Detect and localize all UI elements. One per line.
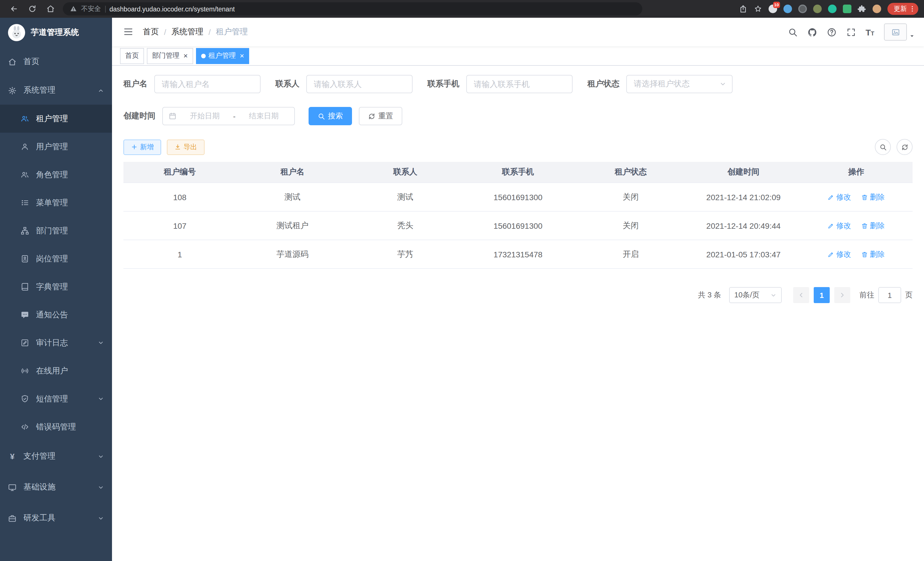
search-icon [318,112,325,120]
user-avatar-dropdown[interactable] [884,23,915,41]
tenant-name-input[interactable] [154,75,261,93]
contact-label: 联系人 [275,79,299,89]
sidebar-item-label: 研发工具 [23,513,56,523]
extension-icon-adblock[interactable]: 10 [769,5,777,13]
people-icon [21,114,29,123]
tag-tenant-management[interactable]: 租户管理 × [196,48,249,64]
bookmark-star-icon[interactable] [754,5,762,13]
sidebar-item-role-management[interactable]: 角色管理 [0,161,112,189]
sidebar-item-post-management[interactable]: 岗位管理 [0,245,112,273]
extension-icon-green-circle[interactable] [828,5,837,13]
address-bar[interactable]: 不安全 dashboard.yudao.iocoder.cn/system/te… [63,2,642,15]
browser-profile-avatar[interactable] [873,5,881,13]
sidebar-item-label: 基础设施 [23,482,56,492]
refresh-icon [368,112,375,120]
column-header-status: 租户状态 [574,162,687,183]
reset-button-label: 重置 [378,111,393,121]
delete-link[interactable]: 删除 [861,249,885,259]
sidebar-toggle-button[interactable] [121,25,135,39]
page-number-current[interactable]: 1 [814,287,830,303]
status-select[interactable]: 请选择租户状态 [626,75,733,93]
edit-pencil-icon [828,222,835,229]
chevron-down-icon [98,484,104,490]
reload-button[interactable] [25,2,39,16]
sidebar-item-label: 通知公告 [36,310,68,320]
toggle-search-button[interactable] [875,139,891,155]
date-range-picker[interactable]: 开始日期 - 结束日期 [162,107,295,125]
sidebar-item-department-management[interactable]: 部门管理 [0,217,112,245]
sidebar-item-label: 首页 [23,57,39,67]
breadcrumb-current: 租户管理 [216,27,248,37]
help-question-icon[interactable] [826,27,836,37]
cell-mobile: 15601691300 [462,183,574,211]
close-icon[interactable]: × [183,52,188,59]
id-badge-icon [21,254,29,263]
sidebar-item-home[interactable]: 首页 [0,47,112,76]
extension-icon-blue[interactable] [783,5,792,13]
extensions-puzzle-icon[interactable] [858,5,866,13]
home-icon [8,57,16,66]
extension-badge: 10 [773,2,780,8]
extension-icon-dark[interactable] [798,5,807,13]
close-icon[interactable]: × [240,52,244,59]
list-icon [21,199,29,207]
goto-page-input[interactable] [878,287,901,303]
search-button-label: 搜索 [328,111,343,121]
sidebar-item-dictionary-management[interactable]: 字典管理 [0,273,112,301]
sidebar-item-label: 短信管理 [36,394,68,404]
browser-toolbar-right: 10 更新 [739,3,920,15]
header-search-icon[interactable] [788,27,797,37]
browser-home-button[interactable] [44,2,57,16]
prev-page-button[interactable] [793,287,809,303]
reset-button[interactable]: 重置 [359,107,402,125]
tag-home[interactable]: 首页 [120,48,144,64]
edit-link[interactable]: 修改 [828,220,851,231]
sidebar-item-label: 租户管理 [36,114,68,124]
breadcrumb-system-management[interactable]: 系统管理 [171,27,203,37]
browser-menu-kebab-icon[interactable] [909,5,916,13]
sidebar-item-payment-management[interactable]: ¥ 支付管理 [0,441,112,472]
edit-link[interactable]: 修改 [828,192,851,202]
back-button[interactable] [7,2,21,16]
font-size-icon[interactable]: TT [866,28,874,36]
page-size-select[interactable]: 10条/页 [729,287,782,303]
add-button[interactable]: 新增 [123,139,161,155]
sidebar-item-dev-tools[interactable]: 研发工具 [0,503,112,534]
sidebar-item-infrastructure[interactable]: 基础设施 [0,472,112,503]
cell-tenant-id: 107 [123,211,236,240]
sidebar-item-error-code-management[interactable]: 错误码管理 [0,413,112,441]
share-icon[interactable] [739,5,747,13]
edit-link[interactable]: 修改 [828,249,851,259]
contact-input[interactable] [306,75,412,93]
tag-label: 租户管理 [208,51,236,61]
export-button[interactable]: 导出 [167,139,205,155]
extension-icon-chat[interactable] [843,5,851,13]
sidebar-item-online-users[interactable]: 在线用户 [0,357,112,385]
delete-link[interactable]: 删除 [861,220,885,231]
yen-icon: ¥ [8,452,16,461]
org-tree-icon [21,226,29,235]
refresh-table-button[interactable] [897,139,913,155]
sidebar-item-audit-log[interactable]: 审计日志 [0,329,112,357]
delete-link[interactable]: 删除 [861,192,885,202]
mobile-input[interactable] [466,75,573,93]
cell-contact: 测试 [349,183,462,211]
tag-department-management[interactable]: 部门管理 × [147,48,193,64]
sidebar-item-system-management[interactable]: 系统管理 [0,76,112,105]
sidebar-item-sms-management[interactable]: 短信管理 [0,385,112,413]
sidebar-item-tenant-management[interactable]: 租户管理 [0,105,112,133]
sidebar-item-menu-management[interactable]: 菜单管理 [0,189,112,217]
fullscreen-icon[interactable] [846,27,856,37]
sidebar-item-notice[interactable]: 通知公告 [0,301,112,329]
tenant-table: 租户编号 租户名 联系人 联系手机 租户状态 创建时间 操作 108 测试 [123,162,913,269]
cell-created: 2021-12-14 20:49:44 [687,211,800,240]
github-icon[interactable] [807,27,817,37]
sidebar-item-user-management[interactable]: 用户管理 [0,133,112,161]
update-button[interactable]: 更新 [887,3,918,15]
app-logo[interactable]: 芋道管理系统 [0,18,112,47]
extension-icon-olive[interactable] [813,5,822,13]
next-page-button[interactable] [834,287,850,303]
breadcrumb-home[interactable]: 首页 [143,27,159,37]
search-button[interactable]: 搜索 [309,107,352,125]
logo-bunny-image [8,24,25,41]
